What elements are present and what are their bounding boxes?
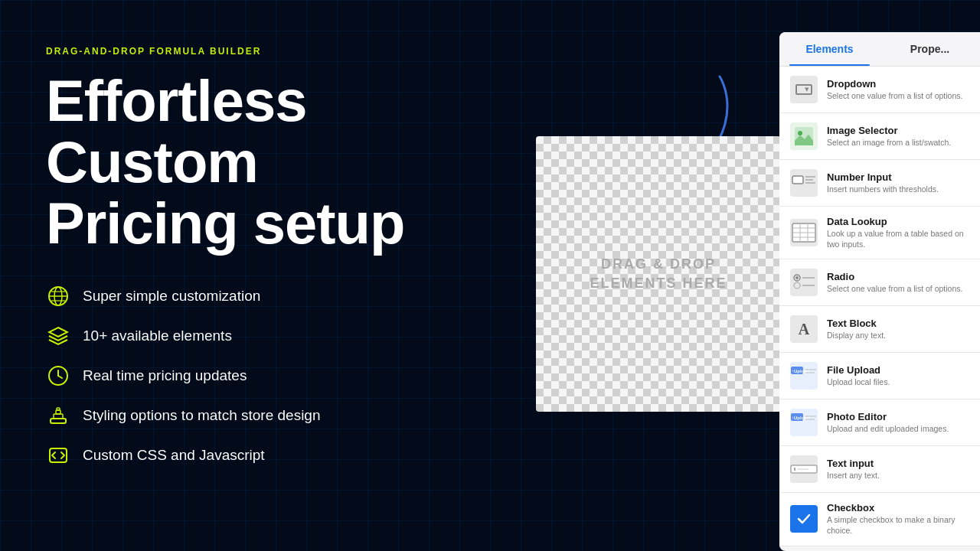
element-desc: Look up a value from a table based on tw… — [827, 229, 969, 249]
svg-rect-12 — [57, 408, 60, 410]
features-list: Super simple customization 10+ available… — [46, 284, 475, 468]
element-desc: Select an image from a list/swatch. — [827, 138, 969, 148]
feature-text: Custom CSS and Javascript — [83, 447, 265, 464]
layers-icon — [46, 324, 70, 348]
element-desc: Insert numbers with thresholds. — [827, 184, 969, 195]
element-name: Dropdown — [827, 78, 969, 90]
left-panel: DRAG-AND-DROP FORMULA BUILDER Effortless… — [46, 46, 475, 468]
element-text-block[interactable]: A Text Block Display any text. — [779, 306, 980, 353]
svg-rect-9 — [51, 419, 66, 423]
element-radio[interactable]: Radio Select one value from a list of op… — [779, 259, 980, 306]
feature-item: Custom CSS and Javascript — [46, 443, 475, 468]
feature-item: Super simple customization — [46, 284, 475, 308]
headline-line2: Custom — [46, 129, 258, 194]
drag-drop-label: DRAG & DROP ELEMENTS HERE — [590, 255, 727, 293]
feature-text: 10+ available elements — [83, 328, 232, 344]
dropdown-icon — [790, 76, 818, 103]
styling-icon — [46, 403, 70, 428]
feature-item: 10+ available elements — [46, 324, 475, 348]
number-input-icon — [790, 169, 818, 197]
file-upload-icon: ↑Upload — [790, 362, 818, 390]
element-number-input[interactable]: Number Input Insert numbers with thresho… — [779, 160, 980, 207]
element-image-selector[interactable]: Image Selector Select an image from a li… — [779, 113, 980, 160]
photo-editor-icon: ↑Upload — [790, 409, 818, 436]
element-desc: Display any text. — [827, 331, 969, 341]
checkbox-icon — [790, 505, 818, 533]
element-desc: Select one value from a list of options. — [827, 284, 969, 295]
svg-line-8 — [58, 376, 62, 378]
element-desc: A simple checkbox to make a binary choic… — [827, 515, 969, 536]
element-file-upload[interactable]: ↑Upload File Upload Upload local files. — [779, 353, 980, 399]
image-selector-icon — [790, 122, 818, 150]
feature-text: Styling options to match store design — [83, 407, 321, 424]
clock-icon — [46, 364, 70, 388]
customization-icon — [46, 284, 70, 308]
element-name: Checkbox — [827, 502, 969, 514]
element-name: Text Block — [827, 318, 969, 329]
tab-properties[interactable]: Prope... — [880, 32, 980, 66]
feature-item: Styling options to match store design — [46, 403, 475, 428]
element-name: Number Input — [827, 171, 969, 183]
svg-point-29 — [795, 276, 799, 279]
data-lookup-icon — [790, 219, 818, 246]
element-name: Radio — [827, 271, 969, 282]
feature-text: Super simple customization — [83, 288, 260, 305]
headline-line3: Pricing setup — [46, 191, 404, 256]
element-name: File Upload — [827, 364, 969, 376]
text-input-icon — [790, 455, 818, 483]
text-block-icon: A — [790, 315, 818, 343]
elements-list: Dropdown Select one value from a list of… — [779, 67, 980, 549]
element-name: Text input — [827, 458, 969, 469]
subtitle: DRAG-AND-DROP FORMULA BUILDER — [46, 46, 475, 57]
svg-rect-18 — [792, 176, 803, 184]
tab-elements[interactable]: Elements — [779, 32, 880, 66]
feature-text: Real time pricing updates — [83, 367, 247, 384]
element-text-input[interactable]: Text input Insert any text. — [779, 446, 980, 493]
radio-icon — [790, 269, 818, 296]
panel-tabs: Elements Prope... — [779, 32, 980, 67]
svg-point-31 — [794, 282, 800, 289]
element-desc: Insert any text. — [827, 471, 969, 481]
headline: Effortless Custom Pricing setup — [46, 70, 475, 253]
right-panel: Elements Prope... Dropdown Select one va… — [779, 32, 980, 551]
element-data-lookup[interactable]: Data Lookup Look up a value from a table… — [779, 207, 980, 259]
feature-item: Real time pricing updates — [46, 364, 475, 388]
headline-line1: Effortless — [46, 68, 307, 133]
element-name: Data Lookup — [827, 216, 969, 227]
element-checkbox[interactable]: Checkbox A simple checkbox to make a bin… — [779, 493, 980, 546]
drop-canvas[interactable]: DRAG & DROP ELEMENTS HERE — [536, 136, 781, 412]
element-desc: Upload and edit uploaded images. — [827, 424, 969, 435]
element-photo-editor[interactable]: ↑Upload Photo Editor Upload and edit upl… — [779, 399, 980, 446]
element-name: Image Selector — [827, 125, 969, 136]
element-desc: Select one value from a list of options. — [827, 91, 969, 102]
element-dropdown[interactable]: Dropdown Select one value from a list of… — [779, 67, 980, 113]
svg-point-16 — [798, 131, 802, 135]
element-name: Photo Editor — [827, 411, 969, 422]
code-icon — [46, 443, 70, 468]
svg-marker-5 — [49, 328, 67, 337]
element-desc: Upload local files. — [827, 377, 969, 388]
